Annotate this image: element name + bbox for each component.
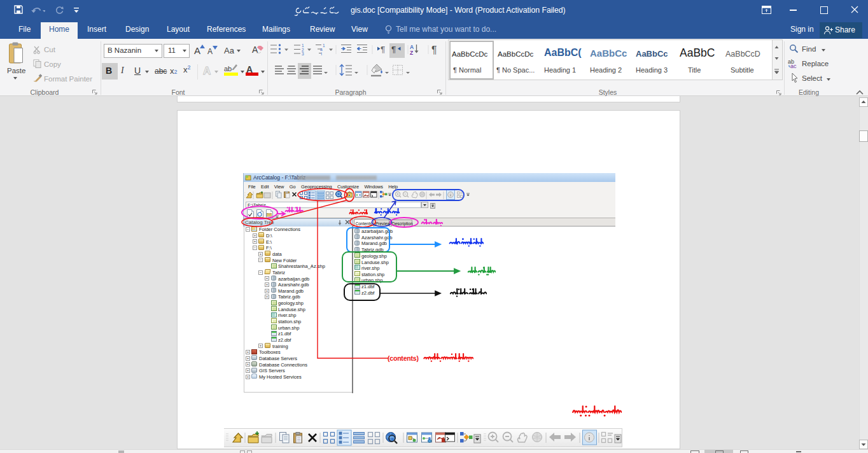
svg-text:¶: ¶ — [391, 45, 396, 54]
svg-text:¶: ¶ — [431, 45, 437, 55]
svg-text:i: i — [321, 52, 322, 56]
svg-text:Z: Z — [410, 50, 413, 56]
svg-text:ac: ac — [790, 63, 797, 69]
svg-text:3: 3 — [302, 52, 304, 56]
svg-text:A: A — [203, 65, 211, 77]
svg-text:¶: ¶ — [381, 45, 385, 54]
svg-text:1: 1 — [323, 43, 325, 48]
